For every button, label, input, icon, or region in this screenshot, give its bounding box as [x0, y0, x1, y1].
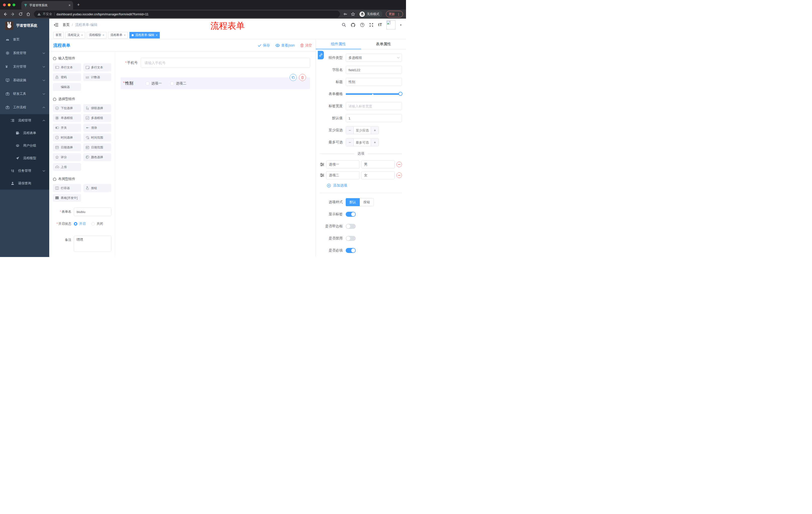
option-value-input[interactable]	[361, 160, 395, 168]
tab-close-icon[interactable]: ×	[68, 3, 70, 7]
sidebar-item-process-form[interactable]: 流程表单	[0, 127, 49, 139]
palette-item-table[interactable]: 表格[开发中]	[53, 194, 81, 202]
close-icon[interactable]: ×	[156, 33, 157, 37]
remove-option-button[interactable]	[397, 172, 402, 178]
back-icon[interactable]	[3, 12, 7, 16]
checkbox-box[interactable]	[146, 82, 149, 85]
sidebar-item-workflow[interactable]: 工作流程	[0, 101, 49, 114]
forward-icon[interactable]	[11, 12, 15, 16]
checkbox-option-1[interactable]: 选项一	[146, 81, 162, 86]
palette-item-color-picker[interactable]: 颜色选择	[83, 153, 112, 161]
tab-component-props[interactable]: 组件属性	[316, 39, 361, 49]
sidebar-item-infrastructure[interactable]: 基础设施	[0, 74, 49, 87]
decrease-button[interactable]: −	[346, 139, 354, 146]
drag-handle-icon[interactable]	[320, 173, 324, 177]
tag-process-definition[interactable]: 流程定义×	[65, 32, 85, 38]
tag-process-model[interactable]: 流程模型×	[87, 32, 107, 38]
default-value-input[interactable]	[346, 114, 402, 122]
option-value-input[interactable]	[361, 171, 395, 179]
zoom-window-button[interactable]	[12, 3, 15, 6]
canvas-item-gender-selected[interactable]: *性别 选项一 选项二	[121, 77, 310, 89]
sidebar-item-task-mgmt[interactable]: 任务管理	[0, 164, 49, 177]
font-size-icon[interactable]: tT	[378, 23, 382, 27]
sidebar-item-user-group[interactable]: 用户分组	[0, 139, 49, 152]
close-icon[interactable]: ×	[103, 33, 104, 37]
palette-item-time-picker[interactable]: 时间选择	[53, 134, 81, 141]
palette-item-date-range[interactable]: 日期范围	[83, 143, 112, 152]
disabled-switch[interactable]	[346, 236, 356, 241]
increase-button[interactable]: +	[371, 139, 379, 146]
sidebar-fold-icon[interactable]	[54, 23, 59, 27]
style-default-button[interactable]: 默认	[346, 198, 360, 206]
sidebar-item-home[interactable]: 首页	[0, 33, 49, 46]
copy-item-button[interactable]	[290, 74, 297, 81]
form-remark-textarea[interactable]: 嘿嘿	[74, 236, 111, 252]
key-icon[interactable]	[343, 12, 347, 16]
reload-icon[interactable]	[19, 12, 23, 16]
minimize-window-button[interactable]	[8, 3, 10, 6]
link-tag[interactable]	[318, 51, 324, 59]
style-button-button[interactable]: 按钮	[360, 198, 374, 206]
update-button[interactable]: 更新 ⋮	[386, 11, 403, 17]
border-switch[interactable]	[346, 224, 356, 229]
palette-item-editor[interactable]: 编辑器	[53, 83, 81, 91]
sidebar-item-system[interactable]: 系统管理	[0, 46, 49, 60]
save-button[interactable]: 保存	[258, 43, 270, 48]
url-bar[interactable]: 不安全 dashboard.yudao.iocoder.cn/bpm/manag…	[34, 10, 340, 18]
label-width-input[interactable]	[346, 102, 402, 110]
avatar[interactable]	[386, 20, 396, 29]
min-checked-input[interactable]	[354, 127, 371, 134]
security-label[interactable]: 不安全	[43, 12, 52, 16]
canvas-item-phone[interactable]: *手机号	[121, 58, 310, 68]
component-type-select[interactable]: 多选框组	[346, 54, 402, 62]
tag-process-form-edit[interactable]: 流程表单-编辑×	[129, 32, 160, 38]
sidebar-item-process-model[interactable]: 流程模型	[0, 152, 49, 164]
field-name-input[interactable]	[346, 66, 402, 74]
slider-handle[interactable]	[399, 92, 403, 96]
view-json-button[interactable]: 查看json	[276, 43, 295, 48]
title-input[interactable]	[346, 78, 402, 86]
url-text[interactable]: dashboard.yudao.iocoder.cn/bpm/manager/f…	[57, 12, 149, 16]
tag-process-form[interactable]: 流程表单×	[108, 32, 128, 38]
palette-item-multi-text[interactable]: 多行文本	[83, 63, 112, 72]
palette-item-single-text[interactable]: 单行文本	[53, 63, 81, 72]
caret-down-icon[interactable]: ▾	[400, 23, 402, 27]
palette-item-time-range[interactable]: 时间范围	[83, 134, 112, 141]
fullscreen-icon[interactable]	[369, 23, 374, 27]
form-name-input[interactable]	[74, 208, 111, 216]
palette-item-password[interactable]: 密码	[53, 73, 81, 81]
palette-item-row-container[interactable]: 行容器	[53, 184, 81, 192]
palette-item-radio-group[interactable]: 单选框组	[53, 114, 81, 122]
status-radio-on[interactable]: 开启	[74, 221, 86, 226]
palette-item-upload[interactable]: 上传	[53, 163, 81, 171]
checkbox-option-2[interactable]: 选项二	[170, 81, 186, 86]
option-name-input[interactable]	[326, 160, 359, 168]
decrease-button[interactable]: −	[346, 127, 354, 134]
new-tab-button[interactable]: +	[77, 2, 80, 7]
close-window-button[interactable]	[3, 3, 6, 6]
max-checked-input[interactable]	[354, 139, 371, 146]
home-icon[interactable]	[26, 12, 30, 16]
browser-tab[interactable]: 芋道管理系统 ×	[21, 1, 73, 9]
palette-item-date-picker[interactable]: 日期选择	[53, 143, 81, 152]
palette-item-rate[interactable]: 评分	[53, 153, 81, 161]
remove-option-button[interactable]	[397, 162, 402, 167]
close-icon[interactable]: ×	[124, 33, 126, 37]
required-switch[interactable]	[346, 248, 356, 253]
palette-item-switch[interactable]: 开关	[53, 124, 81, 132]
drag-handle-icon[interactable]	[320, 162, 324, 166]
sidebar-item-leave-query[interactable]: 请假查询	[0, 177, 49, 190]
sidebar-item-devtools[interactable]: 研发工具	[0, 87, 49, 101]
show-label-switch[interactable]	[346, 212, 356, 217]
bookmark-star-icon[interactable]	[351, 12, 355, 16]
help-icon[interactable]	[360, 23, 365, 27]
palette-item-button[interactable]: 按钮	[83, 184, 112, 192]
palette-item-slider[interactable]: 滑块	[83, 124, 112, 132]
close-icon[interactable]: ×	[81, 33, 83, 37]
palette-item-cascade[interactable]: 级联选择	[83, 104, 112, 112]
status-radio-off[interactable]: 关闭	[91, 221, 103, 226]
tag-home[interactable]: 首页	[53, 32, 64, 38]
phone-input[interactable]	[141, 58, 310, 68]
form-grid-slider[interactable]	[346, 90, 402, 98]
search-icon[interactable]	[342, 23, 346, 27]
